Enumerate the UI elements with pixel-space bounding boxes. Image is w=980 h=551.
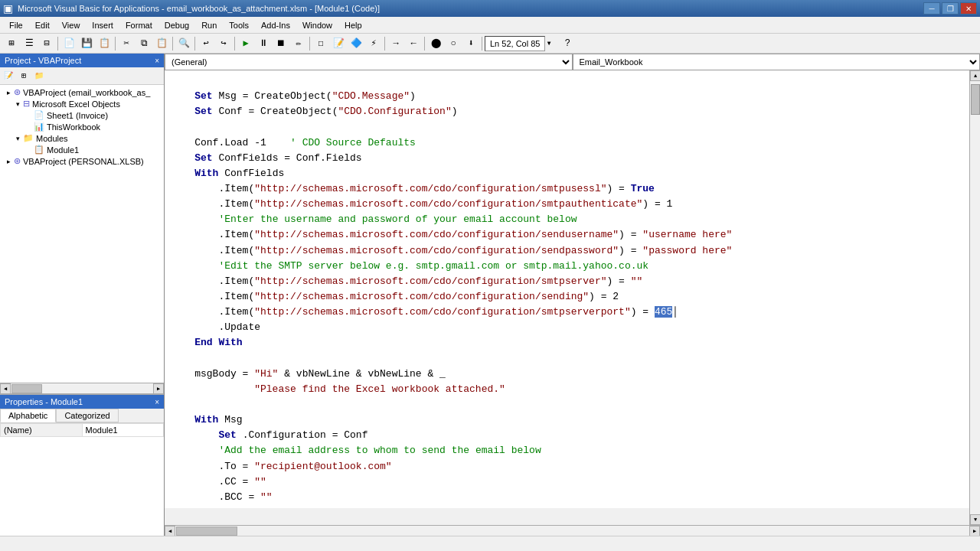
status-bar [0, 536, 980, 551]
tree-module1[interactable]: 📋 Module1 [2, 144, 162, 155]
proj-view-object[interactable]: ⊞ [17, 69, 31, 83]
tb-design-mode[interactable]: ✏ [290, 35, 307, 52]
project-close[interactable]: × [155, 57, 159, 65]
tb-outdent[interactable]: ← [405, 35, 422, 52]
tb-module[interactable]: 📝 [330, 35, 347, 52]
scroll-thumb[interactable] [971, 84, 980, 115]
properties-tabs: Alphabetic Categorized [0, 409, 164, 423]
properties-close[interactable]: × [155, 398, 159, 406]
minimize-button[interactable]: ─ [923, 2, 940, 15]
tree-sheet1[interactable]: 📄 Sheet1 (Invoice) [2, 109, 162, 121]
scroll-down-arrow[interactable]: ▼ [970, 514, 980, 525]
menu-format[interactable]: Format [119, 17, 158, 33]
tb-undo[interactable]: ↩ [198, 35, 214, 52]
menu-edit[interactable]: Edit [29, 17, 56, 33]
tb-object-browser[interactable]: ⊟ [38, 35, 55, 52]
tree-excel-objects[interactable]: ▾ ⊟ Microsoft Excel Objects [2, 98, 162, 109]
tb-redo[interactable]: ↪ [215, 35, 232, 52]
restore-button[interactable]: ❐ [942, 2, 959, 15]
menu-insert[interactable]: Insert [86, 17, 119, 33]
hscroll-left-btn[interactable]: ◀ [165, 526, 175, 536]
code-line-22: With Msg [171, 414, 243, 425]
tb-step-into[interactable]: ⬇ [462, 35, 479, 52]
proj-scroll-track[interactable] [11, 383, 153, 393]
proj-scroll-thumb[interactable] [11, 384, 42, 393]
menu-run[interactable]: Run [195, 17, 223, 33]
toolbar-1: ⊞ ☰ ⊟ 📄 💾 📋 ✂ ⧉ 📋 🔍 ↩ ↪ ▶ ⏸ ⏹ ✏ ☐ 📝 🔷 ⚡ … [0, 34, 980, 54]
highlighted-465: 465 [655, 306, 672, 318]
code-line-15: .Item("http://schemas.microsoft.com/cdo/… [171, 306, 678, 318]
code-line-10: .Item("http://schemas.microsoft.com/cdo/… [171, 229, 732, 240]
tree-this-workbook-label: ThisWorkbook [47, 122, 100, 132]
tb-new[interactable]: 📋 [96, 35, 113, 52]
menu-addins[interactable]: Add-Ins [255, 17, 296, 33]
tree-vbaproject-personal[interactable]: ▸ ⊛ VBAProject (PERSONAL.XLSB) [2, 155, 162, 167]
tb-find[interactable]: 🔍 [175, 35, 192, 52]
menu-debug[interactable]: Debug [158, 17, 195, 33]
tb-help[interactable]: ? [559, 35, 576, 52]
tb-run[interactable]: ▶ [237, 35, 254, 52]
procedure-dropdown[interactable]: Email_Workbook [573, 54, 981, 70]
project-title-text: Project - VBAProject [5, 56, 81, 65]
tb-toggle-bp[interactable]: ⬤ [427, 35, 444, 52]
code-editor-area: (General) Email_Workbook Set Msg = Creat… [165, 54, 980, 536]
proj-view-code[interactable]: 📝 [2, 69, 15, 83]
scroll-up-arrow[interactable]: ▲ [970, 70, 980, 81]
tb-break[interactable]: ⏸ [255, 35, 272, 52]
menu-help[interactable]: Help [338, 17, 368, 33]
properties-title-text: Properties - Module1 [5, 397, 83, 406]
scroll-track[interactable] [970, 81, 980, 514]
project-title-bar: Project - VBAProject × [0, 54, 164, 67]
tb-copy[interactable]: ⧉ [136, 35, 152, 52]
tb-view-explorer[interactable]: ⊞ [3, 35, 20, 52]
tb-sep-8 [424, 37, 425, 51]
tb-clear-bp[interactable]: ○ [445, 35, 462, 52]
hscroll-thumb[interactable] [176, 527, 237, 536]
editor-with-scroll: Set Msg = CreateObject("CDO.Message") Se… [165, 70, 980, 525]
tb-save[interactable]: 💾 [78, 35, 95, 52]
tb-cut[interactable]: ✂ [118, 35, 135, 52]
tree-expand-modules: ▾ [12, 135, 23, 142]
position-indicator: Ln 52, Col 85 [485, 36, 545, 51]
code-line-2: Set Conf = CreateObject("CDO.Configurati… [171, 106, 458, 117]
tb-properties[interactable]: ☰ [21, 35, 38, 52]
tb-reset[interactable]: ⏹ [273, 35, 289, 52]
menu-view[interactable]: View [56, 17, 87, 33]
tb-class-module[interactable]: 🔷 [348, 35, 364, 52]
tree-modules[interactable]: ▾ 📁 Modules [2, 132, 162, 144]
hscroll-track[interactable] [175, 526, 969, 536]
tree-vbaproject-email[interactable]: ▸ ⊛ VBAProject (email_workbook_as_ [2, 86, 162, 98]
proj-toggle-folders[interactable]: 📁 [32, 69, 46, 83]
tab-categorized[interactable]: Categorized [56, 409, 118, 422]
menu-tools[interactable]: Tools [223, 17, 255, 33]
vertical-scrollbar[interactable]: ▲ ▼ [969, 70, 980, 525]
properties-title-bar: Properties - Module1 × [0, 395, 164, 409]
main-area: Project - VBAProject × 📝 ⊞ 📁 ▸ ⊛ VBAProj… [0, 54, 980, 536]
tb-userform[interactable]: ☐ [312, 35, 329, 52]
tb-insert-module[interactable]: 📄 [60, 35, 77, 52]
code-content[interactable]: Set Msg = CreateObject("CDO.Message") Se… [165, 70, 969, 508]
tab-alphabetic[interactable]: Alphabetic [0, 409, 56, 422]
proj-scroll-right[interactable]: ▶ [153, 383, 164, 394]
window-controls: ─ ❐ ✕ [923, 2, 977, 15]
general-dropdown[interactable]: (General) [165, 54, 573, 70]
hscroll-right-btn[interactable]: ▶ [969, 526, 980, 536]
tree-expand-excel: ▾ [12, 100, 23, 108]
close-button[interactable]: ✕ [960, 2, 977, 15]
tb-sep-4 [194, 37, 195, 51]
window-title: Microsoft Visual Basic for Applications … [18, 4, 380, 13]
menu-window[interactable]: Window [296, 17, 338, 33]
tree-excel-objects-label: Microsoft Excel Objects [32, 99, 120, 109]
tree-this-workbook[interactable]: 📊 ThisWorkbook [2, 121, 162, 132]
tb-paste[interactable]: 📋 [153, 35, 170, 52]
code-line-25: .To = "recipient@outlook.com" [171, 461, 392, 472]
code-line-17: End With [171, 337, 243, 348]
horizontal-scrollbar[interactable]: ◀ ▶ [165, 525, 980, 536]
code-line-23: Set .Configuration = Conf [171, 429, 368, 441]
tb-indent[interactable]: → [387, 35, 404, 52]
tb-procedure[interactable]: ⚡ [365, 35, 382, 52]
code-line-11: .Item("http://schemas.microsoft.com/cdo/… [171, 245, 732, 256]
proj-scroll-left[interactable]: ◀ [0, 383, 11, 394]
properties-content: (Name) Module1 [0, 423, 164, 536]
menu-file[interactable]: File [3, 17, 29, 33]
